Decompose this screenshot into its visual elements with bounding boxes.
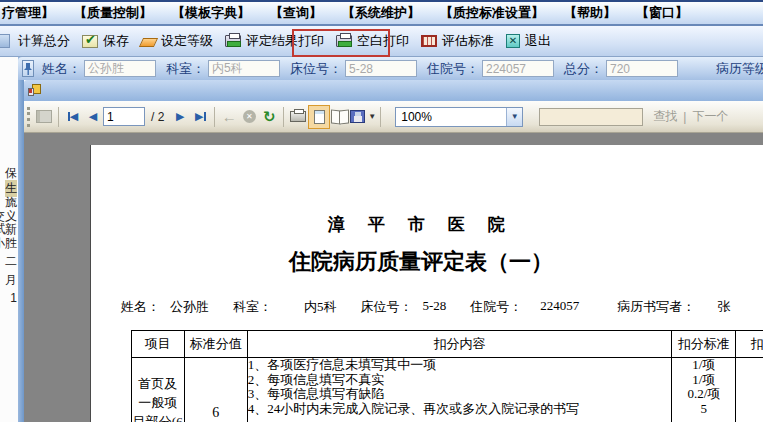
field-admission-number: 住院号： <box>427 60 554 78</box>
hospital-name: 漳 平 市 医 院 <box>91 213 751 236</box>
tree-item-fragment[interactable]: 1 <box>10 291 17 305</box>
next-page-button[interactable]: ▶ <box>170 106 190 128</box>
printer-icon <box>225 35 241 47</box>
field-label: 总分： <box>564 60 603 78</box>
deduction-line: 1、各项医疗信息未填写其中一项 <box>248 358 672 373</box>
standard-line: 0.2/项 <box>672 387 735 402</box>
print-preview-area[interactable]: 漳 平 市 医 院 住院病历质量评定表（一） 姓名： 公孙胜 科室： 内5科 床… <box>24 133 763 422</box>
menu-item-quality-control[interactable]: 【质量控制】 <box>64 4 162 22</box>
previous-page-button[interactable]: ◀ <box>83 106 103 128</box>
first-page-button[interactable]: ◀ <box>63 106 83 128</box>
info-value: 5-28 <box>423 298 447 316</box>
find-text-input[interactable] <box>539 108 643 126</box>
total-score-input[interactable] <box>606 60 678 77</box>
pin-button[interactable] <box>22 60 34 77</box>
toolbar-button-label: 设定等级 <box>161 32 213 50</box>
patient-form-bar: 姓名： 科室： 床位号： 住院号： 总分： 病历等级： <box>18 57 763 80</box>
deduction-line: 4、24小时内未完成入院记录、再次或多次入院记录的书写 <box>248 402 672 417</box>
table-row: 首页及一般项目部分(6分) 6 1、各项医疗信息未填写其中一项 2、每项信息填写… <box>132 358 763 422</box>
toolbar-button-label: 评估标准 <box>442 32 494 50</box>
save-button[interactable]: 保存 <box>76 29 135 53</box>
toolbar-grip-handle[interactable] <box>27 107 30 127</box>
eraser-icon <box>139 38 158 47</box>
toolbar-button-label: 保存 <box>103 32 129 50</box>
set-grade-button[interactable]: 设定等级 <box>135 29 219 53</box>
menu-item-query[interactable]: 【查询】 <box>260 4 332 22</box>
cell-deduction-standard: 1/项 1/项 0.2/项 5 <box>672 358 736 422</box>
cell-deduction <box>736 358 763 422</box>
info-label: 姓名： <box>121 298 160 316</box>
printer-icon <box>336 35 352 47</box>
cell-standard-score: 6 <box>184 358 247 422</box>
menu-item-help[interactable]: 【帮助】 <box>554 4 626 22</box>
header-deduction: 扣分 <box>736 331 763 358</box>
info-label: 床位号： <box>361 298 413 316</box>
calculate-total-button[interactable]: 计算总分 <box>12 29 76 53</box>
admission-number-input[interactable] <box>482 60 554 77</box>
save-export-icon <box>350 110 365 123</box>
field-department: 科室： <box>166 60 280 78</box>
page-number-input[interactable] <box>103 107 145 126</box>
exit-button[interactable]: ✕ 退出 <box>500 29 557 53</box>
header-deduction-content: 扣分内容 <box>247 331 672 358</box>
menu-item-template-dictionary[interactable]: 【模板字典】 <box>162 4 260 22</box>
document-map-toggle-button[interactable] <box>34 106 54 128</box>
calculate-icon <box>0 34 10 48</box>
standard-line: 5 <box>672 402 735 417</box>
mdi-child-titlebar <box>24 80 763 101</box>
department-input[interactable] <box>208 60 280 77</box>
patient-info-line: 姓名： 公孙胜 科室： 内5科 床位号： 5-28 住院号： 224057 病历… <box>121 298 763 316</box>
print-result-button[interactable]: 评定结果打印 <box>219 29 330 53</box>
menu-item-window[interactable]: 【窗口】 <box>626 4 698 22</box>
app-window: 疗管理】 【质量控制】 【模板字典】 【查询】 【系统维护】 【质控标准设置】 … <box>0 0 763 422</box>
separator <box>58 107 59 127</box>
print-button[interactable] <box>288 106 308 128</box>
header-standard-score: 标准分值 <box>184 331 247 358</box>
menu-bar: 疗管理】 【质量控制】 【模板字典】 【查询】 【系统维护】 【质控标准设置】 … <box>0 0 763 26</box>
find-button[interactable]: 查找 <box>653 108 677 125</box>
bed-number-input[interactable] <box>345 60 417 77</box>
form-window-icon <box>28 84 41 98</box>
print-layout-toggle-button[interactable] <box>308 105 330 129</box>
menu-item-management[interactable]: 疗管理】 <box>0 4 64 22</box>
last-page-button[interactable]: ▶ <box>190 106 210 128</box>
deduction-line: 3、每项信息填写有缺陷 <box>248 387 672 402</box>
pushpin-icon <box>23 62 33 76</box>
field-record-grade: 病历等级： <box>716 60 763 78</box>
report-viewer-toolbar: ◀ ◀ / 2 ▶ ▶ ← ✕ ↻ ▼ 100% ▼ 查找 | 下一个 <box>24 101 763 133</box>
main-toolbar: 计算总分 保存 设定等级 评定结果打印 空白打印 评估标准 ✕ 退出 <box>0 26 763 57</box>
standard-line: 1/项 <box>672 373 735 388</box>
name-input[interactable] <box>84 60 156 77</box>
separator <box>214 107 215 127</box>
zoom-combobox[interactable]: 100% ▼ <box>395 107 523 127</box>
export-button[interactable]: ▼ <box>350 106 376 128</box>
toolbar-button-label: 评定结果打印 <box>246 32 324 50</box>
tree-item-fragment[interactable]: 二 <box>5 253 17 270</box>
book-icon <box>331 110 349 123</box>
zoom-dropdown-button[interactable]: ▼ <box>506 108 522 126</box>
find-next-button[interactable]: 下一个 <box>692 108 728 125</box>
info-value: 内5科 <box>304 298 337 316</box>
exit-icon: ✕ <box>506 34 520 48</box>
zoom-value: 100% <box>401 110 432 124</box>
field-total-score: 总分： <box>564 60 678 78</box>
field-label: 病历等级： <box>716 60 763 78</box>
back-button[interactable]: ← <box>219 106 239 128</box>
info-label: 科室： <box>233 298 272 316</box>
page-setup-button[interactable] <box>330 106 350 128</box>
field-bed-number: 床位号： <box>290 60 417 78</box>
tree-item-fragment[interactable]: 小胜 <box>0 235 17 252</box>
stop-button[interactable]: ✕ <box>239 106 259 128</box>
menu-item-system-maintenance[interactable]: 【系统维护】 <box>332 4 430 22</box>
grid-table-icon <box>421 35 437 47</box>
stop-icon: ✕ <box>243 110 256 123</box>
report-page: 漳 平 市 医 院 住院病历质量评定表（一） 姓名： 公孙胜 科室： 内5科 床… <box>90 145 763 422</box>
menu-item-qc-standard-settings[interactable]: 【质控标准设置】 <box>430 4 554 22</box>
blank-print-button[interactable]: 空白打印 <box>330 29 415 53</box>
cell-deduction-content: 1、各项医疗信息未填写其中一项 2、每项信息填写不真实 3、每项信息填写有缺陷 … <box>247 358 672 422</box>
info-label: 住院号： <box>470 298 522 316</box>
refresh-button[interactable]: ↻ <box>259 106 279 128</box>
evaluation-standard-button[interactable]: 评估标准 <box>415 29 500 53</box>
tree-item-fragment[interactable]: 月 <box>5 272 17 289</box>
separator: | <box>683 110 686 124</box>
